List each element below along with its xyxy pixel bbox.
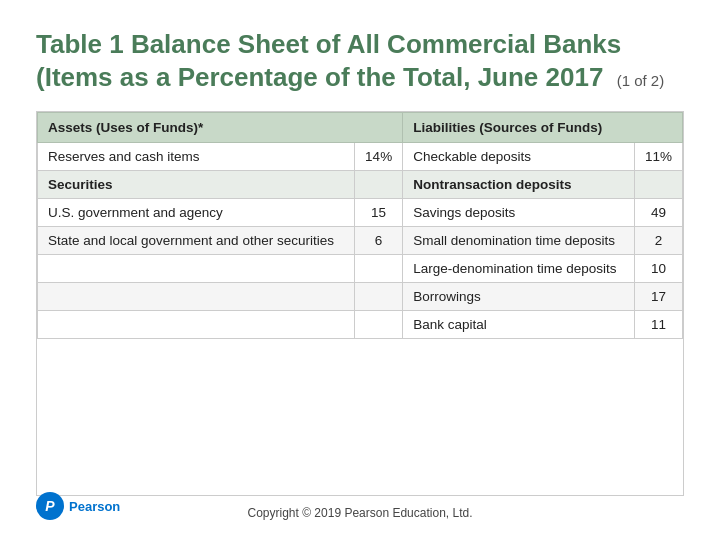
right-value-5: 10 — [634, 255, 682, 283]
left-label-6 — [38, 283, 355, 311]
title-line1: Table 1 Balance Sheet of All Commercial … — [36, 29, 621, 59]
left-value-7 — [355, 311, 403, 339]
table-wrapper: Assets (Uses of Funds)* Liabilities (Sou… — [36, 111, 684, 496]
copyright-text: Copyright © 2019 Pearson Education, Ltd. — [248, 506, 473, 520]
left-value-6 — [355, 283, 403, 311]
table-row: Bank capital 11 — [38, 311, 683, 339]
pearson-label: Pearson — [69, 499, 120, 514]
left-value-5 — [355, 255, 403, 283]
title-subtitle: (1 of 2) — [617, 72, 665, 89]
left-label-4: State and local government and other sec… — [38, 227, 355, 255]
left-value-1: 14% — [355, 143, 403, 171]
table-row: Borrowings 17 — [38, 283, 683, 311]
left-value-3: 15 — [355, 199, 403, 227]
left-label-2: Securities — [38, 171, 355, 199]
balance-sheet-table: Assets (Uses of Funds)* Liabilities (Sou… — [37, 112, 683, 339]
left-label-1: Reserves and cash items — [38, 143, 355, 171]
right-value-1: 11% — [634, 143, 682, 171]
table-row: Reserves and cash items 14% Checkable de… — [38, 143, 683, 171]
table-header-row: Assets (Uses of Funds)* Liabilities (Sou… — [38, 113, 683, 143]
right-value-2 — [634, 171, 682, 199]
left-label-7 — [38, 311, 355, 339]
left-label-3: U.S. government and agency — [38, 199, 355, 227]
table-row: Securities Nontransaction deposits — [38, 171, 683, 199]
right-value-3: 49 — [634, 199, 682, 227]
title-line2: (Items as a Percentage of the Total, Jun… — [36, 62, 603, 92]
right-value-4: 2 — [634, 227, 682, 255]
right-label-2: Nontransaction deposits — [403, 171, 635, 199]
right-label-3: Savings deposits — [403, 199, 635, 227]
right-label-7: Bank capital — [403, 311, 635, 339]
pearson-logo: P Pearson — [36, 492, 120, 520]
table-row: U.S. government and agency 15 Savings de… — [38, 199, 683, 227]
table-row: State and local government and other sec… — [38, 227, 683, 255]
page-title: Table 1 Balance Sheet of All Commercial … — [36, 28, 684, 93]
pearson-icon: P — [36, 492, 64, 520]
left-label-5 — [38, 255, 355, 283]
left-value-4: 6 — [355, 227, 403, 255]
page: Table 1 Balance Sheet of All Commercial … — [0, 0, 720, 540]
right-label-4: Small denomination time deposits — [403, 227, 635, 255]
right-value-7: 11 — [634, 311, 682, 339]
footer: P Pearson Copyright © 2019 Pearson Educa… — [36, 496, 684, 524]
assets-header: Assets (Uses of Funds)* — [38, 113, 403, 143]
right-value-6: 17 — [634, 283, 682, 311]
table-row: Large-denomination time deposits 10 — [38, 255, 683, 283]
liabilities-header: Liabilities (Sources of Funds) — [403, 113, 683, 143]
left-value-2 — [355, 171, 403, 199]
right-label-6: Borrowings — [403, 283, 635, 311]
right-label-1: Checkable deposits — [403, 143, 635, 171]
right-label-5: Large-denomination time deposits — [403, 255, 635, 283]
title-block: Table 1 Balance Sheet of All Commercial … — [36, 28, 684, 93]
